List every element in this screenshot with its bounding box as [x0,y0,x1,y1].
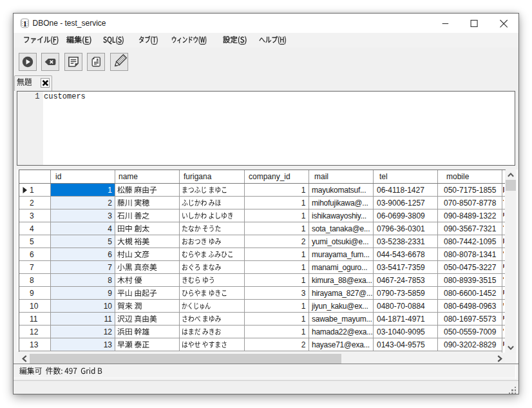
svg-text:1: 1 [23,19,26,28]
